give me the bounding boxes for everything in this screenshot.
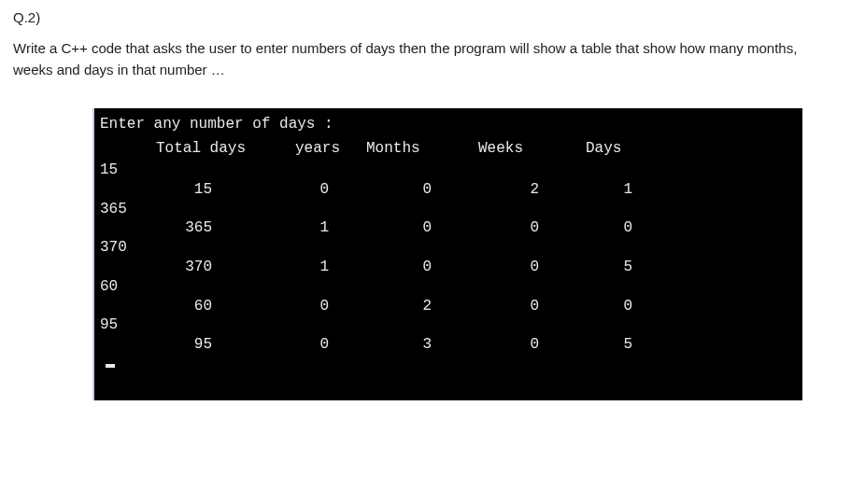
header-months: Months [357,140,460,157]
cell-total-days: 365 [100,218,249,238]
cell-weeks: 2 [460,180,567,200]
cell-days: 5 [567,335,660,355]
cell-days: 0 [567,218,660,238]
header-total-days: Total days [100,140,249,157]
header-weeks: Weeks [460,140,567,157]
input-line: 370 [94,238,802,258]
input-line: 365 [94,200,802,219]
input-line: 15 [94,161,802,180]
cell-total-days: 95 [100,335,249,355]
cell-years: 1 [249,218,357,238]
question-text: Write a C++ code that asks the user to e… [13,38,838,80]
cell-weeks: 0 [460,297,567,316]
cell-years: 0 [249,297,357,316]
cell-days: 0 [567,297,660,316]
question-number: Q.2) [13,9,838,25]
cell-days: 1 [567,180,660,200]
table-row: 370 1 0 0 5 [94,258,802,277]
cell-total-days: 370 [100,258,249,277]
cell-days: 5 [567,258,660,277]
cell-weeks: 0 [460,258,567,277]
header-years: years [249,140,357,157]
cell-years: 1 [249,258,357,277]
table-row: 95 0 3 0 5 [94,335,802,355]
table-row: 365 1 0 0 0 [94,218,802,238]
cell-years: 0 [249,335,357,355]
cell-months: 0 [357,180,460,200]
cell-years: 0 [249,180,357,200]
cell-weeks: 0 [460,335,567,355]
cell-weeks: 0 [460,218,567,238]
input-line: 60 [94,277,802,297]
cell-total-days: 15 [100,180,249,200]
table-header: Total days years Months Weeks Days [94,140,802,161]
cell-total-days: 60 [100,297,249,316]
input-line: 95 [94,315,802,335]
header-days: Days [567,140,660,157]
cell-months: 3 [357,335,460,355]
cursor-icon [106,364,115,368]
table-row: 15 0 0 2 1 [94,180,802,200]
prompt-line: Enter any number of days : [94,114,802,140]
cell-months: 2 [357,297,460,316]
cell-months: 0 [357,258,460,277]
cursor-line [94,355,802,374]
terminal-output: Enter any number of days : Total days ye… [92,108,802,400]
cell-months: 0 [357,218,460,238]
table-row: 60 0 2 0 0 [94,297,802,316]
